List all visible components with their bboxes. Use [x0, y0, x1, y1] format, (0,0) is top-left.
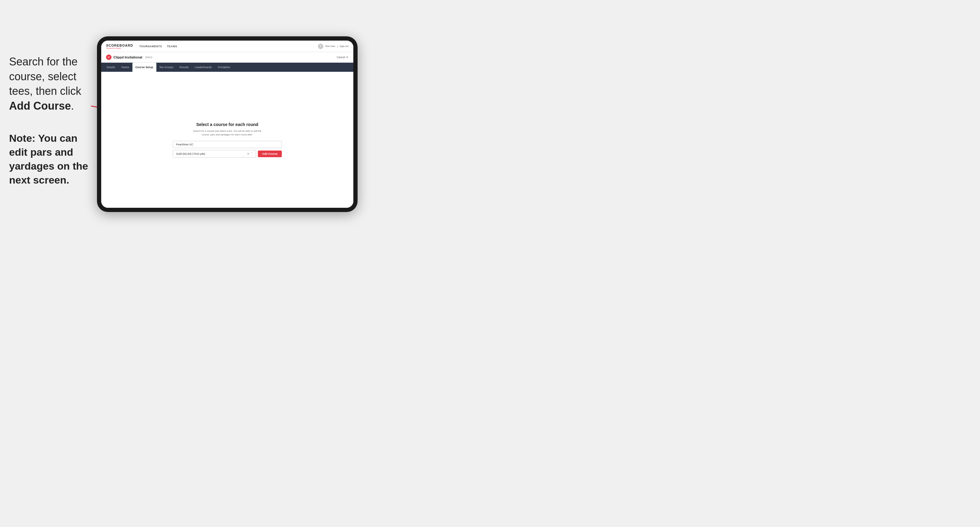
nav-teams[interactable]: TEAMS	[167, 45, 177, 48]
tablet-frame: SCOREBOARD Powered by clippd TOURNAMENTS…	[97, 37, 358, 212]
add-course-button[interactable]: Add Course	[258, 151, 282, 157]
separator: |	[337, 45, 338, 48]
user-avatar: T	[318, 44, 323, 49]
user-label: Test User	[325, 45, 336, 48]
tee-select-row: Gold (M) (M) (7010 yds) ✕ ⌃ Add Course	[173, 150, 282, 157]
tab-leaderboards[interactable]: Leaderboards	[192, 63, 215, 72]
annotation-add-course: Add Course	[9, 100, 71, 112]
course-panel-title: Select a course for each round	[173, 122, 282, 127]
tee-select[interactable]: Gold (M) (M) (7010 yds) ✕ ⌃	[173, 150, 256, 157]
top-nav: SCOREBOARD Powered by clippd TOURNAMENTS…	[101, 41, 353, 52]
annotation-area: Search for the course, select tees, then…	[9, 54, 94, 187]
user-area: T Test User | Sign out	[318, 44, 348, 49]
course-panel: Select a course for each round Search fo…	[173, 122, 282, 157]
cancel-button[interactable]: Cancel ✕	[337, 56, 348, 59]
course-search-input[interactable]	[173, 141, 282, 148]
tab-teams[interactable]: Teams	[118, 63, 132, 72]
tab-course-setup[interactable]: Course Setup	[132, 63, 156, 72]
tournament-name-row: C Clippd Invitational (Men)	[106, 54, 153, 60]
nav-links: TOURNAMENTS TEAMS	[139, 45, 318, 48]
tab-tee-groups[interactable]: Tee Groups	[156, 63, 177, 72]
note-line2: edit pars and	[9, 146, 73, 158]
tee-select-controls: ✕ ⌃	[247, 152, 253, 156]
signout-link[interactable]: Sign out	[340, 45, 348, 48]
note-line3: yardages on the	[9, 160, 88, 172]
tee-value: Gold (M) (M) (7010 yds)	[176, 152, 205, 156]
annotation-line2: course, select	[9, 70, 76, 83]
course-panel-subtitle: Search for a course and select a tee. Yo…	[173, 129, 282, 137]
annotation-note: Note: You can edit pars and yardages on …	[9, 132, 94, 187]
tablet-screen: SCOREBOARD Powered by clippd TOURNAMENTS…	[101, 41, 353, 208]
logo-scoreboard: SCOREBOARD	[106, 44, 133, 47]
nav-tournaments[interactable]: TOURNAMENTS	[139, 45, 162, 48]
tab-details[interactable]: Details	[103, 63, 118, 72]
content-area: Select a course for each round Search fo…	[101, 72, 353, 208]
logo-sub: Powered by clippd	[106, 47, 133, 49]
tab-printables[interactable]: Printables	[215, 63, 233, 72]
tournament-header: C Clippd Invitational (Men) Cancel ✕	[101, 52, 353, 63]
note-line4: next screen.	[9, 174, 69, 186]
tournament-gender: (Men)	[145, 56, 153, 59]
tab-bar: Details Teams Course Setup Tee Groups Re…	[101, 63, 353, 72]
logo-area: SCOREBOARD Powered by clippd	[106, 44, 133, 49]
annotation-period: .	[71, 100, 74, 112]
annotation-line1: Search for the	[9, 56, 78, 68]
note-line1: Note: You can	[9, 132, 77, 144]
tee-chevron-icon[interactable]: ⌃	[251, 152, 253, 155]
tee-clear-icon[interactable]: ✕	[247, 152, 250, 156]
annotation-text: Search for the course, select tees, then…	[9, 54, 94, 113]
tab-results[interactable]: Results	[177, 63, 191, 72]
clippd-icon: C	[106, 54, 111, 60]
annotation-line3: tees, then click	[9, 85, 81, 97]
tournament-title: Clippd Invitational	[113, 56, 142, 59]
